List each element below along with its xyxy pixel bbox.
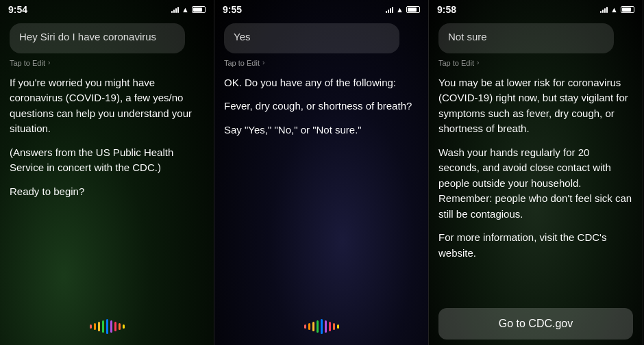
wave-bar-2-6 [325,320,327,333]
siri-wave-2 [214,314,428,345]
time-1: 9:54 [8,4,27,15]
wifi-icon-3: ▲ [610,5,618,14]
wave-bar-2-5 [321,319,323,334]
tap-to-edit-arrow-2: › [262,59,264,66]
wifi-icon-1: ▲ [182,5,189,14]
time-3: 9:58 [437,4,456,15]
battery-icon-1 [192,6,206,13]
status-icons-2: ▲ [386,5,420,14]
user-query-text-2: Yes [234,30,390,44]
status-bar-2: 9:55 ▲ [214,0,428,18]
wave-bar-8 [119,323,121,330]
wave-bar-3 [98,322,100,331]
battery-icon-2 [406,6,420,13]
tap-to-edit-arrow-1: › [48,59,50,66]
user-query-text-3: Not sure [448,30,604,44]
battery-icon-3 [621,6,634,13]
panel-content-3: Not sure Tap to Edit › You may be at low… [429,18,643,303]
tap-to-edit-3[interactable]: Tap to Edit › [438,59,633,67]
wave-bar-1 [90,324,92,329]
phone-panel-3: 9:58 ▲ Not sure Tap to Edit › You may be… [429,0,643,345]
siri-wave-1 [0,314,214,345]
siri-response-text-3: You may be at lower risk for coronavirus… [438,75,633,261]
wifi-icon-2: ▲ [396,5,404,14]
wave-bar-9 [123,324,125,329]
wave-bar-2-4 [317,320,319,333]
status-bar-3: 9:58 ▲ [429,0,643,18]
cdc-button[interactable]: Go to CDC.gov [438,308,633,340]
time-2: 9:55 [223,4,242,15]
panel-content-1: Hey Siri do I have coronavirus Tap to Ed… [0,18,214,314]
wave-bar-2-7 [329,322,331,331]
wave-bar-2-9 [337,324,339,329]
wave-bar-4 [102,320,104,333]
status-bar-1: 9:54 ▲ [0,0,214,18]
wave-bar-2-1 [304,324,306,329]
tap-to-edit-1[interactable]: Tap to Edit › [10,59,204,67]
signal-icon-1 [171,6,179,13]
wave-bar-2-2 [308,323,310,330]
signal-icon-3 [600,6,608,13]
user-query-text-1: Hey Siri do I have coronavirus [19,30,175,44]
siri-response-text-2: OK. Do you have any of the following: Fe… [224,75,419,138]
status-icons-1: ▲ [171,5,206,14]
tap-to-edit-2[interactable]: Tap to Edit › [224,59,419,67]
phone-panel-1: 9:54 ▲ Hey Siri do I have coronavirus Ta… [0,0,214,345]
user-query-bubble-3: Not sure [438,23,614,53]
wave-bar-2-3 [312,322,314,331]
phone-panel-2: 9:55 ▲ Yes Tap to Edit › OK. Do you have… [214,0,429,345]
user-query-bubble-2: Yes [224,23,399,53]
wave-bar-2 [94,323,96,330]
siri-response-text-1: If you're worried you might have coronav… [10,75,204,200]
wave-bar-5 [106,319,108,334]
wave-bar-7 [114,322,116,331]
tap-to-edit-arrow-3: › [477,59,479,66]
wave-bar-2-8 [333,323,335,330]
wave-bar-6 [110,320,112,333]
user-query-bubble-1: Hey Siri do I have coronavirus [10,23,185,53]
status-icons-3: ▲ [600,5,634,14]
panel-content-2: Yes Tap to Edit › OK. Do you have any of… [214,18,428,314]
signal-icon-2 [386,6,393,13]
